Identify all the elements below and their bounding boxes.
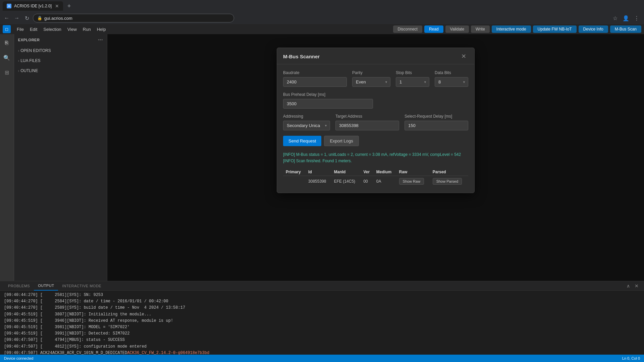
tab-output[interactable]: OUTPUT: [34, 281, 58, 291]
mbus-scan-button[interactable]: M-Bus Scan: [610, 25, 641, 33]
explorer-icon[interactable]: ⎘: [1, 37, 13, 49]
bottom-tabs: PROBLEMS OUTPUT INTERACTIVE MODE ∧ ✕: [0, 281, 644, 291]
menu-run[interactable]: Run: [80, 26, 94, 33]
validate-button[interactable]: Validate: [445, 25, 469, 33]
send-request-button[interactable]: Send Request: [283, 136, 321, 146]
profile-icon[interactable]: 👤: [621, 13, 631, 23]
lock-icon: 🔒: [37, 16, 42, 20]
back-button[interactable]: ←: [3, 14, 11, 22]
data-bits-select[interactable]: 8 7: [435, 77, 468, 87]
info-line-1: [INFO] M-Bus status = 1, unitLoads = 2, …: [283, 152, 468, 158]
col-header-id: Id: [306, 168, 331, 176]
device-info-button[interactable]: Device Info: [579, 25, 608, 33]
select-request-delay-input[interactable]: [405, 121, 468, 130]
menu-help[interactable]: Help: [94, 26, 109, 33]
menu-icon[interactable]: ⋮: [632, 13, 641, 23]
target-address-group: Target Address: [335, 114, 399, 130]
panel-close-button[interactable]: ✕: [633, 283, 640, 289]
console-line: [09:40:45:519] [ 3981][NBIOT]: MODEL = '…: [4, 324, 640, 330]
editor-area: M-Bus Scanner ✕ Baudrate: [107, 34, 644, 281]
menu-edit[interactable]: Edit: [27, 26, 40, 33]
baudrate-label: Baudrate: [283, 70, 347, 75]
tab-interactive-mode[interactable]: INTERACTIVE MODE: [58, 281, 105, 291]
baudrate-group: Baudrate: [283, 70, 347, 87]
disconnect-button[interactable]: Disconnect: [393, 25, 422, 33]
modal-body: Baudrate Parity Even Odd: [277, 64, 474, 193]
main-content: ⎘ 🔍 ⊞ EXPLORER ··· › OPEN EDITORS: [0, 34, 644, 281]
preheat-group: Bus Preheat Delay [ms]: [283, 92, 373, 109]
panel-chevron-up-button[interactable]: ∧: [625, 283, 631, 289]
browser-tab-active[interactable]: A ACRIOS IDE [v1.2.0] ✕: [3, 1, 63, 11]
cell-manid: EFE (14C5): [331, 176, 361, 187]
forward-button[interactable]: →: [13, 14, 21, 22]
sidebar-more-button[interactable]: ···: [98, 37, 103, 43]
mbus-scanner-modal: M-Bus Scanner ✕ Baudrate: [277, 48, 475, 193]
addressing-select[interactable]: Secondary Unicast Primary Unicast Broadc…: [283, 121, 330, 130]
cell-raw: Show Raw: [396, 176, 430, 187]
console-line: [09:40:44:270] [ 2581][SYS]: SN: 9253: [4, 292, 640, 298]
show-parsed-button[interactable]: Show Parsed: [433, 178, 462, 185]
search-icon[interactable]: 🔍: [1, 52, 13, 64]
target-address-input[interactable]: [335, 121, 399, 130]
menu-bar: ◻ File Edit Selection View Run Help Disc…: [0, 24, 644, 34]
sidebar-section-outline-toggle[interactable]: › OUTLINE: [14, 67, 107, 74]
cell-ver: 00: [361, 176, 373, 187]
stop-bits-label: Stop Bits: [396, 70, 429, 75]
select-request-delay-group: Select-Request Delay [ms]: [405, 114, 468, 130]
form-row-3: Addressing Secondary Unicast Primary Uni…: [283, 114, 468, 130]
sidebar-header: EXPLORER ···: [14, 34, 107, 46]
extensions-icon[interactable]: ⊞: [1, 66, 13, 78]
baudrate-input[interactable]: [283, 77, 347, 87]
col-header-ver: Ver: [361, 168, 373, 176]
status-bar: Device connected Ln 0, Col 0: [0, 355, 644, 362]
interactive-mode-button[interactable]: Interactive mode: [492, 25, 531, 33]
bottom-panel-controls: ∧ ✕: [625, 283, 640, 289]
sidebar-section-outline: › OUTLINE: [14, 66, 107, 76]
sidebar-section-open-editors-toggle[interactable]: › OPEN EDITORS: [14, 47, 107, 54]
parity-select-wrapper: Even Odd None: [352, 77, 390, 87]
scan-results-table: Primary Id ManId Ver Medium Raw Parsed: [283, 168, 468, 187]
menu-view[interactable]: View: [65, 26, 79, 33]
address-bar[interactable]: 🔒 gui.acrios.com: [33, 14, 234, 22]
nav-right-icons: ☆ 👤 ⋮: [610, 13, 641, 23]
addressing-group: Addressing Secondary Unicast Primary Uni…: [283, 114, 330, 130]
read-button[interactable]: Read: [424, 25, 443, 33]
stop-bits-select-wrapper: 1 2: [396, 77, 429, 87]
menu-selection[interactable]: Selection: [41, 26, 64, 33]
tab-problems[interactable]: PROBLEMS: [4, 281, 34, 291]
tab-close-button[interactable]: ✕: [55, 3, 59, 9]
menu-file[interactable]: File: [14, 26, 26, 33]
reload-button[interactable]: ↻: [23, 14, 31, 22]
sidebar-section-open-editors: › OPEN EDITORS: [14, 46, 107, 56]
sidebar-section-lua-files-toggle[interactable]: › LUA FILES: [14, 57, 107, 64]
update-fw-button[interactable]: Update FW NB-IoT: [533, 25, 577, 33]
preheat-input[interactable]: [283, 99, 373, 109]
form-row-2: Bus Preheat Delay [ms]: [283, 92, 468, 109]
modal-close-button[interactable]: ✕: [459, 53, 468, 60]
sidebar-section-lua-files: › LUA FILES: [14, 56, 107, 66]
write-button[interactable]: Write: [471, 25, 490, 33]
data-bits-select-wrapper: 8 7: [435, 77, 468, 87]
parity-select[interactable]: Even Odd None: [352, 77, 390, 87]
chevron-icon: ›: [18, 59, 19, 63]
scan-table-row: 30855398 EFE (14C5) 00 0A Show Raw Show …: [283, 176, 468, 187]
cell-primary: [283, 176, 306, 187]
modal-overlay: M-Bus Scanner ✕ Baudrate: [107, 34, 644, 281]
select-request-delay-label: Select-Request Delay [ms]: [405, 114, 468, 119]
bookmark-star-icon[interactable]: ☆: [610, 13, 620, 23]
cell-id: 30855398: [306, 176, 331, 187]
chevron-icon: ›: [18, 69, 19, 73]
show-raw-button[interactable]: Show Raw: [399, 178, 424, 185]
chevron-icon: ›: [18, 49, 19, 53]
info-text: [INFO] M-Bus status = 1, unitLoads = 2, …: [283, 152, 468, 164]
console-line: [09:40:47:507] ACK24ACK38_ACR_CV_101N_M_…: [4, 350, 640, 355]
stop-bits-group: Stop Bits 1 2: [396, 70, 429, 87]
new-tab-button[interactable]: +: [64, 1, 74, 11]
col-header-raw: Raw: [396, 168, 430, 176]
left-panel: ⎘ 🔍 ⊞ EXPLORER ··· › OPEN EDITORS: [0, 34, 107, 281]
app-container: ◻ File Edit Selection View Run Help Disc…: [0, 24, 644, 362]
col-header-primary: Primary: [283, 168, 306, 176]
app-logo: ◻: [3, 25, 11, 33]
stop-bits-select[interactable]: 1 2: [396, 77, 429, 87]
export-logs-button[interactable]: Export Logs: [324, 136, 359, 146]
